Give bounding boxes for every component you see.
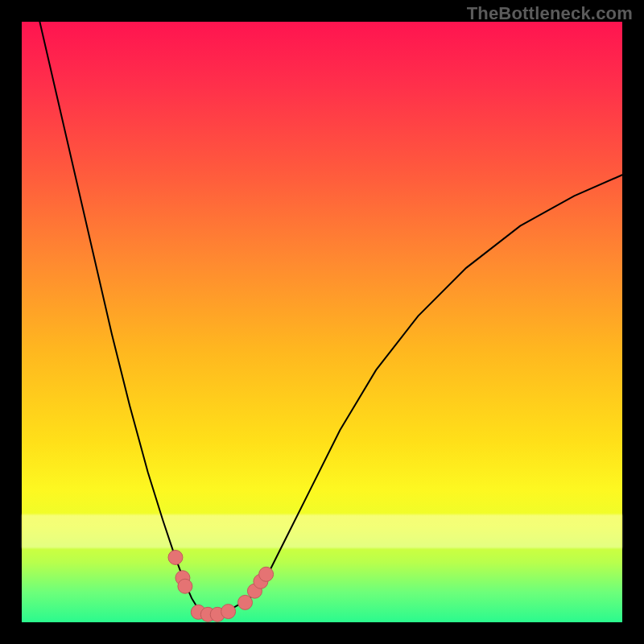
data-marker bbox=[178, 579, 192, 593]
data-marker bbox=[259, 567, 274, 581]
chart-frame: TheBottleneck.com bbox=[0, 0, 644, 644]
plot-area bbox=[22, 22, 622, 622]
data-marker bbox=[238, 595, 253, 609]
chart-canvas bbox=[22, 22, 622, 622]
curve-markers bbox=[168, 550, 274, 621]
data-marker bbox=[221, 605, 236, 619]
data-marker bbox=[168, 550, 183, 564]
curve-line bbox=[39, 22, 622, 613]
